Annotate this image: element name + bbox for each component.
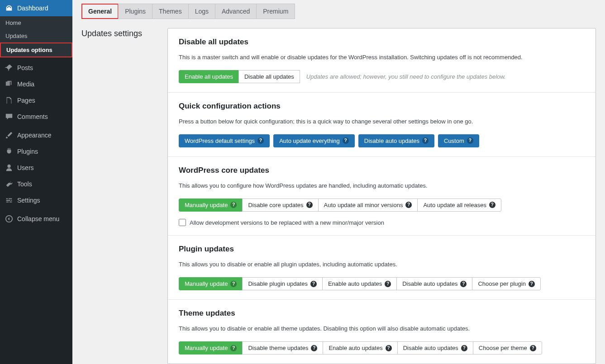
allow-dev-versions-input[interactable]: [179, 219, 186, 226]
help-icon[interactable]: ?: [460, 281, 467, 287]
help-icon[interactable]: ?: [311, 345, 317, 351]
pin-icon: [5, 63, 14, 72]
section-title: Disable all updates: [179, 38, 585, 47]
section-desc: This is a master switch and will enable …: [179, 53, 585, 62]
user-icon: [5, 163, 14, 172]
sidebar-item-media[interactable]: Media: [0, 76, 72, 92]
sidebar-label: Appearance: [17, 132, 52, 139]
section-plugin-updates: Plugin updates This allows you to disabl…: [168, 236, 595, 300]
help-icon[interactable]: ?: [405, 202, 412, 208]
help-icon[interactable]: ?: [489, 202, 495, 208]
help-icon[interactable]: ?: [230, 202, 237, 208]
help-icon[interactable]: ?: [422, 137, 429, 144]
sidebar-item-plugins[interactable]: Plugins: [0, 143, 72, 160]
sidebar-item-posts[interactable]: Posts: [0, 60, 72, 76]
plugin-choose-per-button[interactable]: Choose per plugin?: [472, 277, 541, 291]
admin-sidebar: Dashboard Home Updates Updates options P…: [0, 0, 72, 364]
help-icon[interactable]: ?: [306, 202, 313, 208]
dashboard-icon: [5, 4, 14, 13]
checkbox-label: Allow development versions to be replace…: [190, 219, 384, 226]
plugin-disable-updates-button[interactable]: Disable plugin updates?: [242, 277, 323, 291]
wrench-icon: [5, 180, 14, 189]
allow-dev-versions-checkbox[interactable]: Allow development versions to be replace…: [179, 219, 585, 226]
help-icon[interactable]: ?: [385, 281, 391, 287]
main-content: General Plugins Themes Logs Advanced Pre…: [72, 0, 605, 364]
help-icon[interactable]: ?: [343, 137, 349, 144]
core-auto-all-button[interactable]: Auto update all releases?: [417, 199, 501, 212]
help-icon[interactable]: ?: [230, 345, 237, 351]
sidebar-label: Tools: [17, 180, 32, 188]
auto-update-everything-button[interactable]: Auto update everything?: [273, 134, 355, 148]
section-desc: This allows you to configure how WordPre…: [179, 181, 585, 190]
sidebar-submenu-dashboard: Home Updates Updates options: [0, 16, 72, 57]
sidebar-label: Plugins: [17, 148, 38, 155]
custom-config-button[interactable]: Custom?: [438, 134, 479, 148]
sidebar-item-users[interactable]: Users: [0, 160, 72, 176]
comments-icon: [5, 112, 14, 121]
sidebar-label: Media: [17, 80, 34, 88]
section-quick-config: Quick configuration actions Press a butt…: [168, 93, 595, 157]
help-icon[interactable]: ?: [467, 137, 473, 144]
theme-enable-auto-button[interactable]: Enable auto updates?: [323, 341, 397, 355]
section-disable-all: Disable all updates This is a master swi…: [168, 28, 595, 93]
plugin-manually-update-button[interactable]: Manually update?: [179, 277, 243, 291]
help-icon[interactable]: ?: [386, 345, 392, 351]
sidebar-subitem-updates-options[interactable]: Updates options: [0, 43, 72, 57]
sidebar-item-dashboard[interactable]: Dashboard: [0, 0, 72, 16]
core-updates-buttons: Manually update? Disable core updates? A…: [179, 199, 585, 212]
tab-plugins[interactable]: Plugins: [118, 4, 152, 19]
tab-general[interactable]: General: [81, 4, 119, 19]
sidebar-subitem-home[interactable]: Home: [0, 16, 72, 29]
theme-manually-update-button[interactable]: Manually update?: [179, 341, 243, 355]
help-icon[interactable]: ?: [529, 281, 535, 287]
theme-disable-updates-button[interactable]: Disable theme updates?: [242, 341, 323, 355]
sidebar-item-collapse[interactable]: Collapse menu: [0, 211, 72, 227]
media-icon: [5, 80, 14, 89]
help-icon[interactable]: ?: [461, 345, 467, 351]
disable-all-updates-button[interactable]: Disable all updates: [238, 70, 300, 84]
section-title: Theme updates: [179, 309, 585, 318]
help-icon[interactable]: ?: [230, 281, 237, 287]
theme-choose-per-button[interactable]: Choose per theme?: [473, 341, 542, 355]
sidebar-label: Collapse menu: [17, 215, 59, 222]
section-desc: This allows you to disable or enable all…: [179, 260, 585, 269]
core-disable-updates-button[interactable]: Disable core updates?: [242, 199, 318, 212]
sidebar-label: Posts: [17, 64, 33, 71]
sidebar-item-pages[interactable]: Pages: [0, 92, 72, 109]
help-icon[interactable]: ?: [310, 281, 317, 287]
plugin-enable-auto-button[interactable]: Enable auto updates?: [322, 277, 397, 291]
quick-config-buttons: WordPress default settings? Auto update …: [179, 134, 585, 148]
plug-icon: [5, 147, 14, 156]
section-title: Quick configuration actions: [179, 102, 585, 111]
section-title: Plugin updates: [179, 245, 585, 254]
sliders-icon: [5, 196, 14, 205]
tab-advanced[interactable]: Advanced: [215, 4, 257, 19]
sidebar-item-comments[interactable]: Comments: [0, 109, 72, 125]
sidebar-label: Settings: [17, 197, 40, 204]
sidebar-item-tools[interactable]: Tools: [0, 176, 72, 192]
collapse-icon: [5, 214, 14, 223]
plugin-disable-auto-button[interactable]: Disable auto updates?: [396, 277, 472, 291]
sidebar-label: Users: [17, 164, 34, 171]
sidebar-label: Dashboard: [17, 5, 48, 12]
sidebar-item-settings[interactable]: Settings: [0, 192, 72, 208]
core-auto-minor-button[interactable]: Auto update all minor versions?: [318, 199, 418, 212]
brush-icon: [5, 131, 14, 140]
help-icon[interactable]: ?: [257, 137, 264, 144]
section-core-updates: WordPress core updates This allows you t…: [168, 157, 595, 236]
tab-logs[interactable]: Logs: [188, 4, 215, 19]
disable-auto-updates-button[interactable]: Disable auto updates?: [358, 134, 434, 148]
tab-themes[interactable]: Themes: [152, 4, 189, 19]
sidebar-item-appearance[interactable]: Appearance: [0, 127, 72, 143]
enable-all-updates-button[interactable]: Enable all updates: [179, 70, 239, 84]
wp-default-settings-button[interactable]: WordPress default settings?: [179, 134, 270, 148]
sidebar-subitem-updates[interactable]: Updates: [0, 29, 72, 43]
theme-updates-buttons: Manually update? Disable theme updates? …: [179, 341, 585, 355]
section-desc: Press a button below for quick configura…: [179, 117, 585, 126]
help-icon[interactable]: ?: [530, 345, 536, 351]
updates-hint: Updates are allowed; however, you still …: [306, 73, 506, 80]
theme-disable-auto-button[interactable]: Disable auto updates?: [397, 341, 473, 355]
core-manually-update-button[interactable]: Manually update?: [179, 199, 243, 212]
tab-premium[interactable]: Premium: [256, 4, 295, 19]
settings-panel: Disable all updates This is a master swi…: [167, 28, 596, 364]
